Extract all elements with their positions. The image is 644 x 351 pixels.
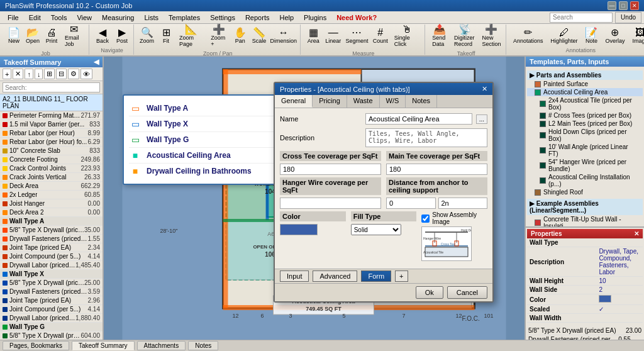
color-picker[interactable] [280, 224, 318, 235]
tab-pricing[interactable]: Pricing [313, 95, 347, 108]
menu-help[interactable]: Help [274, 13, 299, 23]
takeoff-list-item[interactable]: Joint Compound (per 5...) 4.14 [0, 252, 103, 261]
floor-plan-label[interactable]: A2_11 BUILDING 11_ FLOOR PLAN [0, 94, 103, 111]
segment-button[interactable]: ⋯Segment [344, 26, 369, 46]
zoom-plus-button[interactable]: ➕Zoom + [208, 23, 230, 49]
hanger-wire-input[interactable] [280, 198, 381, 209]
fill-type-select[interactable]: Solid None Hatch [351, 224, 401, 235]
takeoff-list-item[interactable]: Drywall Fasteners (priced ...) 3.59 [0, 287, 103, 296]
takeoff-list-item[interactable]: Wall Type G [0, 323, 103, 332]
takeoff-collapse-icon[interactable]: ◀ [94, 58, 99, 66]
menu-tools[interactable]: Tools [46, 13, 72, 23]
right-item-shingled-roof[interactable]: Shingled Roof [527, 188, 643, 196]
footer-tab-plus[interactable]: + [395, 270, 408, 282]
show-assembly-checkbox[interactable] [421, 214, 430, 223]
takeoff-list-item[interactable]: Concrete Footing 249.86 [0, 155, 103, 164]
takeoff-list-item[interactable]: Drywall Labor (priced per ...) 1,880.40 [0, 314, 103, 323]
right-item-main-tees[interactable]: L2 Main Tees (priced per Box) [527, 120, 643, 128]
takeoff-list-item[interactable]: 1.5 mil Vapor Barrier (per... 833 [0, 120, 103, 129]
takeoff-list-item[interactable]: Rebar Labor (per Hour) fo... 6.29 [0, 138, 103, 147]
footer-tab-input[interactable]: Input [280, 270, 309, 282]
print-button[interactable]: 🖨Print [43, 26, 60, 46]
takeoff-up-btn[interactable]: ↑ [25, 69, 33, 79]
menu-edit[interactable]: Edit [24, 13, 46, 23]
search-input[interactable] [550, 13, 613, 23]
takeoff-add-btn[interactable]: + [3, 69, 11, 79]
scale-button[interactable]: 📏Scale [250, 26, 269, 46]
dimension-button[interactable]: ↔Dimension [269, 26, 297, 46]
cancel-button[interactable]: Cancel [447, 286, 487, 299]
takeoff-list-item[interactable]: Perimeter Forming Material 271.97 [0, 111, 103, 120]
right-item-acoustical[interactable]: Acoustical Ceiling Area [527, 88, 643, 96]
takeoff-down-btn[interactable]: ↓ [35, 69, 43, 79]
close-button[interactable]: ✕ [630, 1, 639, 10]
image-button[interactable]: 🖼Image [630, 26, 645, 46]
takeoff-list-item[interactable]: Crack Control Joints 223.93 [0, 164, 103, 173]
footer-tab-form[interactable]: Form [361, 270, 391, 282]
distance-from-input[interactable] [386, 198, 436, 209]
menu-settings[interactable]: Settings [205, 13, 240, 23]
pan-button[interactable]: ✋Pan [231, 26, 249, 46]
menu-templates[interactable]: Templates [164, 13, 205, 23]
takeoff-list-item[interactable]: Drywall Labor (priced per ...) 1,485.40 [0, 261, 103, 270]
zoom-button[interactable]: 🔍Zoom [138, 26, 156, 46]
takeoff-list-item[interactable]: Deck Area 662.29 [0, 182, 103, 191]
takeoff-collapse-btn[interactable]: ⊟ [56, 69, 67, 79]
right-item-ceiling-install[interactable]: Acoustical Ceiling Installation (p...) [527, 173, 643, 188]
note-button[interactable]: 📝Note [582, 26, 601, 46]
tab-ws[interactable]: W/S [380, 95, 406, 108]
props-name-input[interactable] [365, 113, 472, 125]
takeoff-eye-btn[interactable]: 👁 [80, 69, 92, 79]
takeoff-list-item[interactable]: 5/8" Type X Drywall (priced EA) 35.00 [0, 226, 103, 235]
menu-view[interactable]: View [72, 13, 97, 23]
menu-need-work[interactable]: Need Work? [331, 13, 382, 23]
tab-takeoff-summary[interactable]: Takeoff Summary [72, 341, 135, 350]
new-section-button[interactable]: ➕New Section [480, 23, 503, 49]
tab-notes[interactable]: Notes [188, 341, 218, 350]
takeoff-list-item[interactable]: Crack Joints Vertical 26.33 [0, 173, 103, 182]
email-job-button[interactable]: ✉Email Job [62, 23, 86, 49]
menu-file[interactable]: File [3, 13, 24, 23]
right-item-acoustical-tile[interactable]: 2x4 Acoustical Tile (priced per Box) [527, 96, 643, 111]
digitizer-button[interactable]: 📡Digitizer Record [451, 23, 479, 49]
takeoff-list-item[interactable]: Wall Type A [0, 217, 103, 226]
takeoff-list-item[interactable]: Joint Tape (priced EA) 2.34 [0, 243, 103, 252]
right-section-examples[interactable]: ▶ Example Assemblies (Linear/Segment...) [527, 199, 643, 215]
highlighter-button[interactable]: 🖊Highlighter [547, 26, 580, 46]
takeoff-settings-btn[interactable]: ⚙ [68, 69, 79, 79]
takeoff-list-item[interactable]: Rebar Labor (per Hour) 8.99 [0, 129, 103, 138]
annotations-button[interactable]: ✏Annotations [510, 26, 547, 46]
maximize-button[interactable]: □ [619, 1, 628, 10]
new-button[interactable]: 📄New [5, 26, 23, 46]
takeoff-expand-btn[interactable]: ⊞ [44, 69, 55, 79]
takeoff-list-item[interactable]: Joint Tape (priced EA) 2.96 [0, 296, 103, 305]
props-name-button[interactable]: ... [476, 114, 487, 124]
takeoff-list-item[interactable]: 5/8" Type X Drywall (priced EA) 25.00 [0, 279, 103, 287]
minimize-button[interactable]: — [608, 1, 616, 10]
tab-waste[interactable]: Waste [347, 95, 380, 108]
right-lower-close[interactable]: ✕ [634, 230, 639, 237]
fit-button[interactable]: ⊞Fit [157, 26, 175, 46]
menu-lists[interactable]: Lists [139, 13, 164, 23]
cross-tee-input[interactable] [280, 164, 381, 175]
props-close-icon[interactable]: ✕ [482, 85, 487, 93]
send-data-button[interactable]: 📤Send Data [429, 23, 450, 49]
undo-button[interactable]: Undo [615, 12, 641, 23]
tab-general[interactable]: General [275, 95, 313, 108]
right-item-hanger-wire[interactable]: 54" Hanger Wire (priced per Bundle) [527, 158, 643, 173]
main-tee-input[interactable] [386, 164, 487, 175]
right-item-wall-angle[interactable]: 10' Wall Angle (priced Linear FT) [527, 143, 643, 158]
right-item-concrete-tiltup[interactable]: Concrete Tilt-Up Stud Wall - Insulati... [527, 215, 643, 226]
post-button[interactable]: ▶Post [113, 26, 131, 46]
left-search-input[interactable] [3, 82, 100, 92]
linear-button[interactable]: —Linear [323, 26, 343, 46]
tab-notes[interactable]: Notes [406, 95, 437, 108]
takeoff-list-item[interactable]: Joint Compound (per 5...) 4.14 [0, 305, 103, 314]
count-button[interactable]: #Count [371, 26, 390, 46]
single-click-button[interactable]: 🖱Single Click [391, 23, 423, 49]
takeoff-delete-btn[interactable]: ✕ [13, 69, 23, 79]
menu-plugins[interactable]: Plugins [299, 13, 331, 23]
takeoff-list-item[interactable]: 10" Concrete Slab 833 [0, 147, 103, 155]
canvas-area[interactable]: Acoustical Ceiling Area 749.45 SQ FT WAR… [104, 57, 525, 340]
ok-button[interactable]: Ok [416, 286, 443, 299]
